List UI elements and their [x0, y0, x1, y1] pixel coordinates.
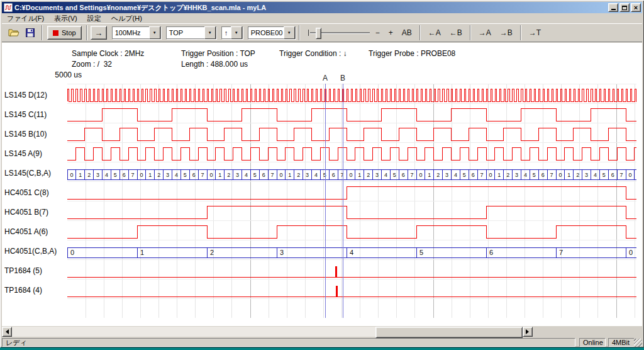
slider-cap — [308, 30, 309, 36]
zoom-out-button[interactable]: − — [373, 27, 382, 38]
svg-text:0: 0 — [558, 172, 562, 178]
svg-text:5: 5 — [602, 172, 606, 178]
svg-text:4: 4 — [454, 172, 457, 178]
cursor-b-label[interactable]: B — [340, 74, 345, 82]
svg-text:6: 6 — [192, 172, 196, 178]
svg-text:2: 2 — [436, 172, 440, 178]
svg-text:6: 6 — [262, 172, 265, 178]
svg-text:0: 0 — [70, 249, 74, 256]
zoom-slider[interactable] — [308, 26, 371, 39]
svg-text:0: 0 — [279, 172, 282, 178]
svg-text:3: 3 — [280, 249, 284, 256]
svg-text:5: 5 — [323, 172, 326, 178]
svg-text:7: 7 — [201, 172, 204, 178]
svg-text:5: 5 — [114, 172, 117, 178]
trigger-condition-text: Trigger Condition : ↓ — [279, 49, 347, 58]
channel-label: LS145 B(10) — [4, 130, 47, 138]
svg-text:4: 4 — [175, 172, 178, 178]
svg-text:7: 7 — [271, 172, 274, 178]
move-cursor-b-button[interactable]: →B — [497, 27, 515, 38]
svg-text:4: 4 — [314, 172, 318, 178]
svg-text:1: 1 — [79, 172, 82, 178]
status-memory: 4MBit — [608, 338, 635, 347]
sample-clock-text: Sample Clock : 2MHz — [72, 49, 144, 58]
svg-text:1: 1 — [148, 172, 152, 178]
app-icon — [4, 3, 13, 12]
save-button[interactable] — [23, 26, 38, 40]
svg-text:3: 3 — [306, 172, 309, 178]
svg-text:1: 1 — [218, 172, 221, 178]
maximize-button[interactable] — [619, 3, 630, 12]
dropdown-arrow-icon[interactable]: ▼ — [149, 26, 160, 39]
sample-rate-select[interactable]: 100MHz ▼ — [112, 26, 161, 39]
menu-help[interactable]: ヘルプ(H) — [106, 13, 147, 24]
trigger-position-value: TOP — [167, 29, 204, 37]
svg-text:5: 5 — [533, 172, 536, 178]
ab-button[interactable]: AB — [399, 27, 414, 38]
close-button[interactable]: × — [631, 3, 641, 12]
waveform-plot[interactable]: 0123456701234567012345670123456701234567… — [67, 84, 636, 318]
toolbar-separator — [86, 25, 87, 40]
minimize-button[interactable] — [608, 3, 618, 12]
channel-label: LS145 A(9) — [4, 149, 42, 158]
maximize-icon — [622, 6, 627, 10]
svg-text:6: 6 — [332, 172, 335, 178]
probe-select[interactable]: PROBE00 ▼ — [248, 26, 296, 39]
svg-text:5: 5 — [184, 172, 187, 178]
svg-text:3: 3 — [445, 172, 448, 178]
scroll-right-button[interactable] — [523, 327, 533, 337]
svg-text:1: 1 — [288, 172, 291, 178]
channel-label: LS145(C,B,A) — [4, 169, 51, 178]
channel-label: TP1684 (4) — [4, 286, 42, 295]
toolbar-separator — [42, 25, 43, 40]
move-cursor-a-button[interactable]: →A — [476, 27, 494, 38]
dropdown-arrow-icon[interactable]: ▼ — [284, 26, 295, 39]
channel-label: HC4051 C(8) — [4, 188, 49, 197]
status-bar: レディ Online 4MBit — [2, 338, 642, 347]
stop-icon — [53, 30, 58, 36]
run-arrow-icon: → — [94, 28, 103, 38]
open-button[interactable] — [6, 26, 21, 40]
trigger-edge-select[interactable]: ↑ ▼ — [221, 26, 243, 39]
svg-text:0: 0 — [140, 172, 143, 178]
trigger-probe-text: Trigger Probe : PROBE08 — [369, 49, 455, 58]
svg-text:7: 7 — [480, 172, 484, 178]
svg-text:1: 1 — [567, 172, 570, 178]
svg-text:1: 1 — [358, 172, 361, 178]
dropdown-arrow-icon[interactable]: ▼ — [204, 26, 216, 39]
horizontal-scrollbar[interactable] — [2, 327, 533, 337]
resize-grip[interactable] — [634, 339, 642, 347]
cursor-a-label[interactable]: A — [323, 74, 328, 82]
menu-view[interactable]: 表示(V) — [49, 13, 82, 24]
zoom-text: Zoom : / 32 — [72, 60, 112, 69]
zoom-slider-thumb[interactable] — [316, 28, 321, 39]
channel-label: HC4051 B(7) — [4, 208, 48, 217]
svg-text:0: 0 — [489, 172, 492, 178]
goto-cursor-a-button[interactable]: ←A — [426, 27, 443, 38]
channel-label: TP1684 (5) — [4, 266, 42, 275]
stop-button[interactable]: Stop — [47, 26, 82, 40]
trigger-position-select[interactable]: TOP ▼ — [166, 26, 216, 39]
zoom-in-button[interactable]: + — [386, 27, 396, 38]
svg-text:7: 7 — [550, 172, 553, 178]
svg-text:3: 3 — [515, 172, 518, 178]
goto-cursor-b-button[interactable]: ←B — [447, 27, 465, 38]
svg-text:4: 4 — [245, 172, 248, 178]
svg-text:1: 1 — [428, 172, 431, 178]
scrollbar-thumb[interactable] — [375, 327, 523, 338]
menu-settings[interactable]: 設定 — [82, 13, 106, 24]
menu-file[interactable]: ファイル(F) — [2, 13, 49, 24]
app-window: C:¥Documents and Settings¥noname¥デスクトップ¥… — [0, 0, 644, 347]
toolbar-separator — [520, 25, 521, 40]
goto-trigger-button[interactable]: →T — [526, 27, 543, 38]
time-division-label: 5000 us — [36, 71, 82, 79]
run-button[interactable]: → — [91, 26, 107, 40]
dropdown-arrow-icon[interactable]: ▼ — [231, 26, 242, 39]
svg-text:2: 2 — [576, 172, 579, 178]
svg-text:2: 2 — [367, 172, 370, 178]
svg-text:2: 2 — [297, 172, 300, 178]
scroll-left-button[interactable] — [2, 327, 12, 337]
svg-text:6: 6 — [472, 172, 475, 178]
save-floppy-icon — [26, 28, 35, 37]
svg-text:1: 1 — [140, 249, 144, 256]
